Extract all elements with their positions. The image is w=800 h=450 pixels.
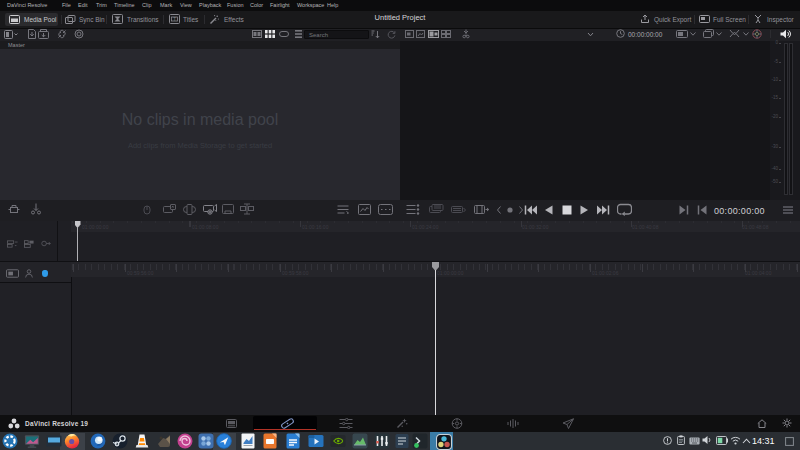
svg-text:T: T xyxy=(173,17,176,22)
